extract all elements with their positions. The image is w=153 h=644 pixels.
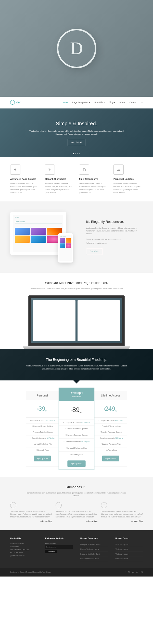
price-feature: + Perpetual Theme Updates (94, 423, 127, 429)
friendship-title: The Beginning of a Beautiful Friedship. (15, 357, 138, 362)
responsive-text: It's Elegantly Responsive. Vestibulum lo… (86, 219, 143, 255)
quote-icon: " (101, 502, 107, 508)
testimonial-card: ""Vestibulum lobortis. Donec at euismod … (56, 502, 97, 523)
friendship-text: Vestibulum lobortis. Donec at euismod ni… (26, 364, 128, 370)
testimonial-card: ""Vestibulum lobortis. Donec at euismod … (10, 502, 52, 523)
linkedin-icon[interactable]: in (136, 570, 138, 574)
nav-contact[interactable]: Contact (130, 101, 137, 104)
logo-circle: D (57, 29, 96, 68)
price-amount: $89/yr (59, 401, 94, 419)
feature-text: Vestibulum lobortis. Donec at euismod ni… (45, 182, 74, 194)
twitter-icon[interactable]: 𝕏 (128, 570, 130, 574)
subscribe-button[interactable]: Subscribe (45, 550, 57, 553)
testimonial-author: —Kenny Sing (101, 520, 143, 523)
features-row: +Advanced Page BuilderVestibulum loborti… (0, 157, 153, 201)
slider-dots (73, 153, 80, 154)
rss-icon[interactable]: ⦿ (141, 570, 143, 574)
price-feature: + Premium Technical Support (94, 429, 127, 435)
price-title: Developer (62, 391, 92, 395)
feature-title: Advanced Page Builder (10, 177, 40, 181)
facebook-icon[interactable]: f (125, 570, 125, 574)
hero-banner: Simple & Inspired. Vestibulum lobortis. … (0, 108, 153, 157)
logo-d-icon: D (70, 34, 83, 63)
feature-text: Vestibulum lobortis. Donec at euismod ni… (10, 182, 40, 194)
testimonials-section: Rumor has it... Donec at euismod nibh, e… (0, 477, 153, 530)
feature-card: ✻Elegant ShortcodesVestibulum lobortis. … (45, 165, 74, 194)
price-card: Lifetime Access$249/1x+ Complete Access … (94, 391, 127, 467)
feature-text: Vestibulum lobortis. Donec at euismod ni… (79, 182, 108, 194)
comment-link[interactable]: Nick on Vestibulum laoris (80, 556, 108, 561)
testimonial-quote: "Vestibulum lobortis. Donec at euismod n… (101, 510, 143, 518)
feature-icon: ⧉ (79, 165, 89, 175)
device-mockups: ⊙ divi Our Portfolio Our Portfolio (10, 212, 78, 263)
nav-blog[interactable]: Blog ▾ (109, 101, 116, 104)
footer-comments: Recent Comments Kenny on Vestibulum laor… (80, 537, 108, 561)
post-link[interactable]: Vestibulum laoris (116, 556, 143, 561)
social-icons: f 𝕏 g in ⦿ (125, 570, 143, 574)
price-card: Personal$39/yr+ Complete Access to All T… (26, 391, 59, 467)
brand-name: divi (16, 100, 21, 105)
price-feature: + Perpetual Theme Updates (26, 423, 59, 429)
price-feature: + Layered Photoshop Files (26, 441, 59, 447)
email-input[interactable] (45, 545, 73, 549)
feature-icon: ✻ (45, 165, 55, 175)
post-link[interactable]: Vestibulum ipsum (116, 542, 143, 547)
price-title: Lifetime Access (97, 393, 124, 398)
search-icon[interactable]: ⌕ (142, 101, 143, 104)
price-card: DeveloperBest Value!$89/yr+ Complete Acc… (59, 388, 94, 470)
price-feature: + Complete Access to All Themes (26, 417, 59, 423)
main-nav: D divi Home Page Templates ▾ Portfolio ▾… (0, 97, 153, 108)
nav-menu: Home Page Templates ▾ Portfolio ▾ Blog ▾… (62, 101, 143, 104)
feature-card: +Advanced Page BuilderVestibulum loborti… (10, 165, 40, 194)
google-icon[interactable]: g (132, 570, 134, 574)
comment-link[interactable]: Nick on Vestibulum laoris (80, 547, 108, 552)
testimonial-quote: "Vestibulum lobortis. Donec at euismod n… (56, 510, 97, 518)
testimonial-quote: "Vestibulum lobortis. Donec at euismod n… (10, 510, 52, 518)
comment-link[interactable]: Kenny on Vestibulum laoris (80, 542, 108, 547)
feature-title: Elegant Shortcodes (45, 177, 74, 181)
post-link[interactable]: Vestibulum laoris (116, 547, 143, 552)
nav-about[interactable]: About (119, 101, 125, 104)
nav-portfolio[interactable]: Portfolio ▾ (94, 101, 105, 104)
quote-icon: " (56, 502, 62, 508)
feature-card: ⧉Fully ResponsiveVestibulum lobortis. Do… (79, 165, 108, 194)
footer: Contact Us Lorem Ipsum Dolor 1234 Lorem … (0, 530, 153, 568)
dot-4[interactable] (79, 153, 80, 154)
price-feature: + No Yearly Fees (59, 451, 94, 458)
footer-bottom: Designed by Elegant Themes | Powered by … (0, 568, 153, 577)
testimonial-author: —Kenny Sing (10, 520, 52, 523)
feature-title: Perpetual Updates (113, 177, 143, 181)
price-feature: + Complete Access to All Plugins (26, 435, 59, 441)
feature-icon: + (10, 165, 20, 175)
nav-logo-icon: D (10, 100, 15, 105)
dot-1[interactable] (73, 153, 74, 154)
arrow-down-icon (73, 380, 80, 383)
nav-home[interactable]: Home (62, 101, 68, 104)
testimonial-author: —Kenny Sing (56, 520, 97, 523)
dot-3[interactable] (77, 153, 78, 154)
dot-2[interactable] (75, 153, 76, 154)
feature-card: ☁Perpetual UpdatesVestibulum lobortis. D… (113, 165, 143, 194)
hero-logo-section: D (0, 0, 153, 97)
hero-title: Simple & Inspired. (56, 119, 97, 128)
price-feature: + Complete Access to All Themes (59, 419, 94, 425)
comment-link[interactable]: Kenny on Vestibulum laoris (80, 552, 108, 557)
price-feature: + Complete Access to All Plugins (59, 438, 94, 445)
our-work-button[interactable]: Our Work (86, 248, 102, 255)
footer-posts: Recent Posts Vestibulum ipsumVestibulum … (116, 537, 143, 561)
friendship-section: The Beginning of a Beautiful Friedship. … (0, 349, 153, 380)
hero-text: Vestibulum lobortis. Donec at euismod ni… (26, 130, 128, 136)
feature-title: Fully Responsive (79, 177, 108, 181)
nav-templates[interactable]: Page Templates ▾ (72, 101, 90, 104)
laptop-mockup (28, 295, 125, 349)
post-link[interactable]: Vestibulum ipsum (116, 552, 143, 557)
price-feature: + Layered Photoshop Files (59, 445, 94, 451)
signup-button[interactable]: Sign Up Now! (102, 456, 119, 461)
feature-icon: ☁ (113, 165, 124, 175)
signup-button[interactable]: Sign Up Now! (34, 456, 51, 461)
nav-logo[interactable]: D divi (10, 100, 21, 105)
signup-button[interactable]: Sign Up Now! (67, 460, 86, 467)
responsive-bullets: Donec at euismod nibh, eu bibendum quam.… (86, 237, 143, 245)
join-button[interactable]: Join Today! (68, 139, 85, 146)
testimonials-text: Donec at euismod nibh, eu bibendum quam.… (26, 491, 128, 497)
